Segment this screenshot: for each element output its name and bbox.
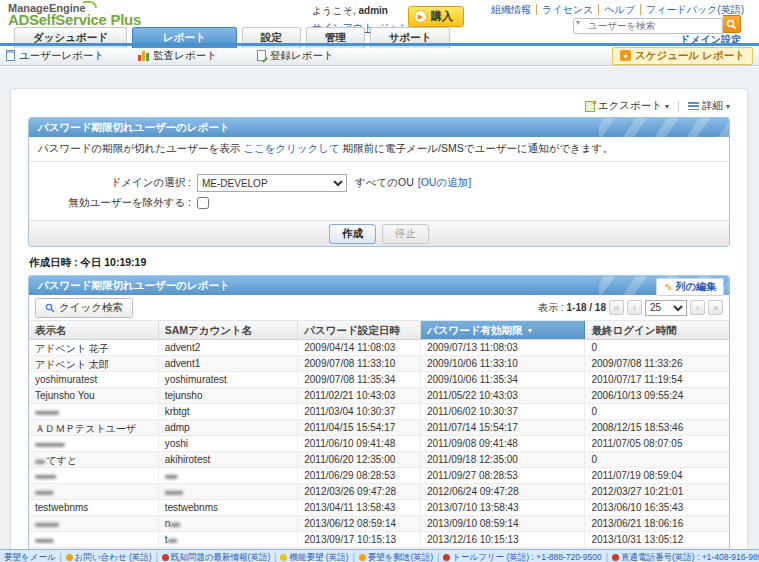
table-cell: 0 xyxy=(585,340,729,355)
table-cell: 2009/07/08 11:33:26 xyxy=(585,356,729,371)
column-last-logon[interactable]: 最終ログイン時間 xyxy=(585,321,729,339)
table-cell: n■■■ xyxy=(159,516,299,531)
subnav-enrollment-reports-label: 登録レポート xyxy=(270,49,334,63)
footer-link[interactable]: 直通電話番号(英語) : +1-408-916-9890 xyxy=(608,552,759,562)
table-row[interactable]: ＡＤＭＰテストユーザadmp2011/04/15 15:54:172011/07… xyxy=(29,420,729,436)
org-info-link[interactable]: 組織情報 xyxy=(486,4,536,15)
table-cell: 2011/09/18 12:35:00 xyxy=(421,452,586,467)
table-row[interactable]: ■■■■■■t■■■2013/09/17 10:15:132013/12/16 … xyxy=(29,532,729,548)
pencil-icon: ✎ xyxy=(664,282,672,293)
report-result-panel: パスワード期限切れユーザーのレポート ✎ 列の編集 クイック検索 表示 : 1-… xyxy=(28,275,730,556)
welcome-text: ようこそ, xyxy=(312,5,356,16)
column-sam-account[interactable]: SAMアカウント名 xyxy=(159,321,299,339)
tab-underline xyxy=(0,43,759,46)
details-menu[interactable]: 詳細 ▾ xyxy=(688,99,730,113)
redacted-text: ■■■■ xyxy=(165,472,176,481)
table-cell: 2009/07/08 11:35:34 xyxy=(298,372,421,387)
license-link[interactable]: ライセンス xyxy=(536,4,598,15)
table-cell: 2010/07/17 11:19:54 xyxy=(585,372,729,387)
redacted-text: ■■■ xyxy=(35,457,44,466)
page-size-select[interactable]: 25 xyxy=(645,300,687,316)
table-row[interactable]: testwebnmstestwebnms2013/04/11 13:58:432… xyxy=(29,500,729,516)
logo-swoosh-icon xyxy=(83,1,97,8)
redacted-text: ■■■■■■ xyxy=(35,488,52,497)
footer-link[interactable]: お問い合わせ (英語) xyxy=(62,552,156,562)
table-cell: アドベント 花子 xyxy=(29,340,159,355)
column-display-name[interactable]: 表示名 xyxy=(29,321,159,339)
column-password-expiry[interactable]: パスワード有効期限▼ xyxy=(421,321,586,339)
subnav-audit-reports[interactable]: 監査レポート xyxy=(138,49,217,63)
table-row[interactable]: ■■■■■■■■krbtgt2011/03/04 10:30:372011/06… xyxy=(29,404,729,420)
next-page-button[interactable]: › xyxy=(690,300,705,315)
quick-search-label: クイック検索 xyxy=(59,301,123,315)
prev-page-button[interactable]: ‹ xyxy=(627,300,642,315)
search-input[interactable] xyxy=(573,18,723,34)
column-password-set[interactable]: パスワード設定日時 xyxy=(298,321,421,339)
subnav-enrollment-reports[interactable]: 登録レポート xyxy=(257,49,334,63)
exclude-disabled-label: 無効ユーザーを除外する : xyxy=(29,196,197,210)
result-title: パスワード期限切れユーザーのレポート xyxy=(38,279,230,293)
report-description: パスワードの期限が切れたユーザーを表示 ここをクリックして 期限前に電子メール/… xyxy=(29,137,729,162)
export-menu[interactable]: エクスポート ▾ xyxy=(585,99,669,113)
table-row[interactable]: ■■■■■■■■n■■■2013/06/12 08:59:142013/09/1… xyxy=(29,516,729,532)
table-cell: 0 xyxy=(585,452,729,467)
domain-select[interactable]: ME-DEVELOP xyxy=(197,174,347,192)
header: ManageEngine ADSelfService Plus ようこそ, ad… xyxy=(0,0,759,46)
form-button-bar: 作成 停止 xyxy=(29,220,729,246)
footer-link[interactable]: 要望を郵送(英語) xyxy=(355,552,437,562)
table-cell: krbtgt xyxy=(159,404,299,419)
table-cell: 2011/09/08 09:41:48 xyxy=(421,436,586,451)
add-ou-link[interactable]: [OUの追加] xyxy=(418,176,471,190)
last-page-button[interactable]: » xyxy=(708,300,723,315)
table-cell: advent2 xyxy=(159,340,299,355)
username: admin xyxy=(359,5,388,16)
table-cell: 2011/07/19 08:59:04 xyxy=(585,468,729,483)
table-row[interactable]: アドベント 太郎advent12009/07/08 11:33:102009/1… xyxy=(29,356,729,372)
quick-search-button[interactable]: クイック検索 xyxy=(35,298,133,318)
record-range: 1-18 / 18 xyxy=(567,302,606,313)
schedule-report-button[interactable]: ● スケジュール レポート xyxy=(612,47,753,65)
table-cell: 2011/09/27 08:28:53 xyxy=(421,468,586,483)
table-row[interactable]: ■■■■■■■■■■yoshi2011/06/10 09:41:482011/0… xyxy=(29,436,729,452)
table-cell: ■■■■■■ xyxy=(29,484,159,499)
table-cell: 2009/07/13 11:08:03 xyxy=(421,340,586,355)
table-cell: ■■■■ xyxy=(159,468,299,483)
feedback-link[interactable]: フィードバック(英語) xyxy=(640,4,749,15)
table-row[interactable]: yoshimuratestyoshimuratest2009/07/08 11:… xyxy=(29,372,729,388)
edit-columns-button[interactable]: ✎ 列の編集 xyxy=(656,278,724,296)
table-row[interactable]: アドベント 花子advent22009/04/14 11:08:032009/0… xyxy=(29,340,729,356)
report-subnav: ユーザーレポート 監査レポート 登録レポート ● スケジュール レポート xyxy=(0,46,759,66)
footer-link[interactable]: トールフリー (英語) : +1-888-720-9500 xyxy=(439,552,605,562)
subnav-user-reports[interactable]: ユーザーレポート xyxy=(6,49,104,63)
help-link[interactable]: ヘルプ xyxy=(598,4,640,15)
all-ou-label: すべてのOU xyxy=(355,176,414,190)
user-search: ▾ xyxy=(573,15,741,34)
footer-link[interactable]: 要望をメール xyxy=(0,552,60,562)
table-cell: 2013/06/12 08:59:14 xyxy=(298,516,421,531)
first-page-button[interactable]: « xyxy=(609,300,624,315)
footer-link[interactable]: 既知問題の最新情報(英語) xyxy=(158,552,274,562)
domain-select-label: ドメインの選択 : xyxy=(29,176,197,190)
footer-bar: 要望をメール|お問い合わせ (英語)|既知問題の最新情報(英語)|機能要望 (英… xyxy=(0,549,759,562)
stop-button: 停止 xyxy=(382,224,429,244)
generate-button[interactable]: 作成 xyxy=(329,224,376,244)
footer-link[interactable]: 機能要望 (英語) xyxy=(276,552,352,562)
table-row[interactable]: Tejunsho Youtejunsho2011/02/21 10:43:032… xyxy=(29,388,729,404)
table-row[interactable]: ■■■ てすとakihirotest2011/06/20 12:35:00201… xyxy=(29,452,729,468)
divider xyxy=(678,101,679,112)
table-cell: testwebnms xyxy=(29,500,159,515)
table-cell: ■■■■■■ xyxy=(159,484,299,499)
table-cell: ＡＤＭＰテストユーザ xyxy=(29,420,159,435)
search-button[interactable] xyxy=(723,15,741,33)
footer-link-icon xyxy=(66,554,73,561)
table-row[interactable]: ■■■■■■■■■■■2011/06/29 08:28:532011/09/27… xyxy=(29,468,729,484)
exclude-disabled-checkbox[interactable] xyxy=(197,197,209,209)
buy-button[interactable]: ▶ 購入 xyxy=(408,6,464,27)
table-cell: 2013/12/16 10:15:13 xyxy=(421,532,586,547)
table-cell: 2012/03/26 09:47:28 xyxy=(298,484,421,499)
table-cell: 2013/04/11 13:58:43 xyxy=(298,500,421,515)
edit-columns-label: 列の編集 xyxy=(676,280,716,294)
table-row[interactable]: ■■■■■■■■■■■■2012/03/26 09:47:282012/06/2… xyxy=(29,484,729,500)
notify-click-here-link[interactable]: ここをクリックして xyxy=(243,142,340,154)
report-form: ドメインの選択 : ME-DEVELOP すべてのOU [OUの追加] 無効ユー… xyxy=(29,162,729,220)
